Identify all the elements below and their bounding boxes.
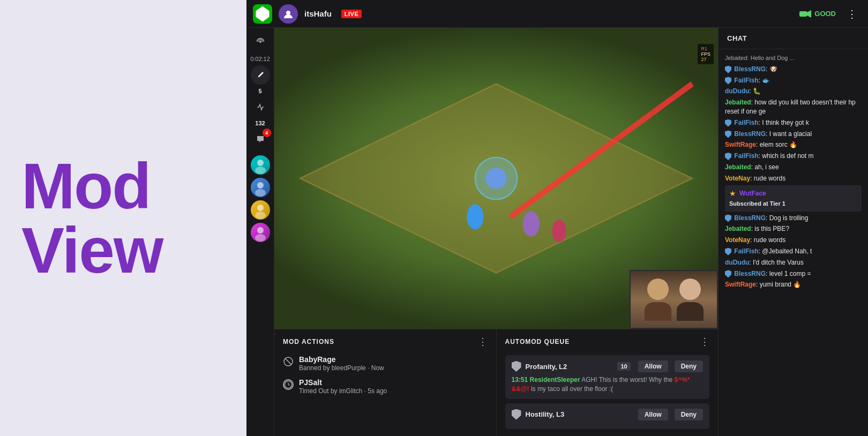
mod-shield-icon-5: [725, 153, 731, 160]
timeout-icon: [283, 379, 294, 390]
game-area: Stage 3-6: Murk Wolves: [274, 28, 718, 436]
chat-msg-failfish-2: FailFish: I think they got k: [725, 118, 862, 127]
mod-action-name-1: BabyRage: [299, 355, 488, 364]
edit-count: 5: [258, 88, 261, 94]
mod-action-detail-1: Banned by bleedPurple · Now: [299, 364, 488, 372]
svg-point-10: [257, 227, 264, 234]
svg-point-17: [523, 211, 540, 236]
deny-button-2[interactable]: Deny: [675, 409, 703, 420]
level-badge-1: 10: [617, 362, 630, 371]
svg-point-5: [255, 167, 266, 174]
mod-actions-more[interactable]: ⋮: [478, 336, 488, 348]
chat-msg-blessrng-3: BlessRNG: Dog is trolling: [725, 214, 862, 223]
live-badge: LIVE: [341, 10, 362, 18]
svg-point-0: [286, 11, 290, 15]
avatar-4[interactable]: [251, 223, 270, 242]
automod-queue-header: AUTOMOD QUEUE ⋮: [505, 336, 710, 348]
svg-point-7: [255, 189, 266, 197]
automod-queue-more[interactable]: ⋮: [700, 336, 709, 348]
mod-actions-header: MOD ACTIONS ⋮: [283, 336, 488, 348]
mod-action-text-1: BabyRage Banned by bleedPurple · Now: [299, 355, 488, 372]
automod-item-1: Profanity, L2 10 Allow Deny 13:51 Reside…: [505, 355, 710, 399]
webcam-faces: [631, 271, 717, 328]
chat-msg-blessrng-4: BlessRNG: level 1 comp =: [725, 269, 862, 279]
game-video: Stage 3-6: Murk Wolves: [274, 28, 718, 329]
automod-queue-title: AUTOMOD QUEUE: [505, 338, 570, 345]
chat-panel: CHAT Jebaited: Hello and Dog ... BlessRN…: [718, 28, 868, 436]
edit-icon[interactable]: [251, 65, 270, 85]
mod-shield-icon-3: [725, 119, 731, 127]
svg-point-11: [255, 234, 266, 242]
svg-line-29: [288, 385, 290, 386]
chat-title: CHAT: [727, 34, 747, 42]
allow-button-1[interactable]: Allow: [638, 360, 668, 372]
quality-label: GOOD: [814, 10, 836, 18]
bottom-panels: MOD ACTIONS ⋮ BabyRage B: [274, 329, 718, 436]
chat-msg-votenay-1: VoteNay: rude words: [725, 174, 862, 183]
chat-msg-blessrng-1: BlessRNG: 🐶: [725, 65, 862, 74]
automod-msg-before-1: AGH! This is the worst! Why the: [581, 376, 674, 384]
chat-msg-failfish-1: FailFish: 🐟: [725, 76, 862, 85]
chat-msg-failfish-3: FailFish: which is def not m: [725, 152, 862, 161]
camera-icon: [799, 10, 811, 18]
chat-msg-jebaited-2: Jebaited: ah, i see: [725, 163, 862, 172]
mod-shield-icon-7: [725, 248, 731, 255]
quality-indicator: GOOD: [799, 10, 836, 18]
automod-category-1: Profanity, L2: [526, 363, 613, 371]
ban-icon: [283, 356, 294, 367]
content-row: 0:02:12 5 132 4: [246, 28, 868, 436]
chat-msg-blessrng-2: BlessRNG: I want a glacial: [725, 130, 862, 139]
chat-badge: 4: [263, 129, 271, 137]
activity-icon[interactable]: [251, 97, 270, 117]
app-icon[interactable]: [253, 4, 272, 24]
chat-msg-jebaited-1: Jebaited: how did you kill two doesn't t…: [725, 98, 862, 116]
avatar-1[interactable]: [251, 155, 270, 175]
star-icon: ★: [729, 189, 736, 199]
shield-icon-2: [512, 409, 521, 420]
chat-header: CHAT: [719, 28, 868, 49]
shield-icon-1: [512, 361, 521, 372]
automod-item-1-header: Profanity, L2 10 Allow Deny: [512, 360, 704, 372]
chat-msg-votenay-2: VoteNay: rude words: [725, 236, 862, 245]
svg-line-26: [285, 358, 291, 365]
mod-shield-icon-2: [725, 77, 731, 84]
deny-button-1[interactable]: Deny: [675, 360, 703, 372]
automod-queue-panel: AUTOMOD QUEUE ⋮ Profanity, L2 10 Allow D…: [497, 329, 719, 436]
automod-item-2-header: Hostility, L3 Allow Deny: [512, 409, 704, 420]
svg-point-19: [467, 204, 483, 229]
chat-msg-top: Jebaited: Hello and Dog ...: [725, 54, 862, 63]
streamer-name: itsHafu: [304, 9, 332, 18]
automod-message-1: 13:51 ResidentSleeper AGH! This is the w…: [512, 375, 704, 394]
streamer-avatar[interactable]: [279, 4, 298, 24]
automod-username-1: ResidentSleeper: [530, 376, 580, 384]
broadcast-icon[interactable]: [251, 32, 270, 51]
topbar-more-button[interactable]: ⋮: [842, 5, 862, 22]
chat-msg-dududu-2: duDudu: I'd ditch the Varus: [725, 258, 862, 267]
svg-marker-2: [807, 10, 811, 18]
activity-count: 132: [255, 120, 265, 126]
stream-timer: 0:02:12: [250, 56, 270, 62]
main-content: itsHafu LIVE GOOD ⋮ 0:02:12: [246, 0, 868, 436]
left-sidebar: 0:02:12 5 132 4: [246, 28, 274, 436]
mod-shield-icon-4: [725, 130, 731, 138]
automod-category-2: Hostility, L3: [526, 410, 634, 418]
chat-msg-swiftrage-1: SwiftRage: elem sorc 🔥: [725, 140, 862, 149]
chat-msg-failfish-4: FailFish: @Jebaited Nah, t: [725, 247, 862, 256]
branding-section: Mod View: [0, 0, 246, 436]
mod-shield-icon-8: [725, 270, 731, 277]
mod-actions-panel: MOD ACTIONS ⋮ BabyRage B: [274, 329, 497, 436]
mod-shield-icon-6: [725, 214, 731, 222]
mod-shield-icon: [725, 66, 731, 73]
chat-msg-jebaited-3: Jebaited: is this PBE?: [725, 224, 862, 234]
svg-rect-1: [799, 11, 807, 17]
chat-icon[interactable]: 4: [251, 130, 270, 149]
allow-button-2[interactable]: Allow: [638, 409, 668, 420]
branding-title: Mod View: [21, 154, 225, 282]
mod-action-item-2: PJSalt Timed Out by imGlitch · 5s ago: [283, 378, 488, 395]
mod-action-detail-2: Timed Out by imGlitch · 5s ago: [299, 387, 488, 395]
svg-point-3: [259, 41, 261, 43]
svg-point-8: [257, 205, 264, 211]
avatar-2[interactable]: [251, 178, 270, 197]
svg-point-4: [257, 160, 264, 166]
avatar-3[interactable]: [251, 200, 270, 220]
